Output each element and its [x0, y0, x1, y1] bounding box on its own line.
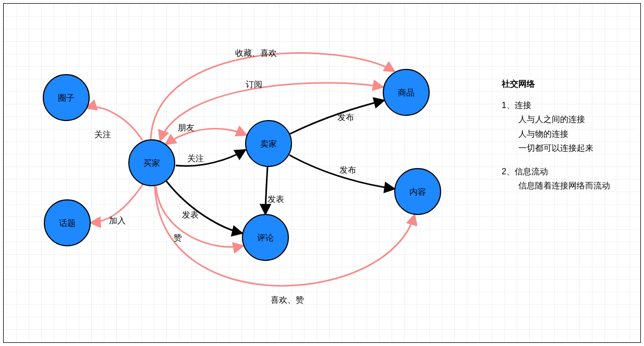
node-seller: 卖家: [246, 121, 291, 166]
edge-seller-shangpin: [289, 100, 384, 134]
svg-point-12: [395, 169, 441, 214]
legend-section-1-line-2: 人与物的连接: [502, 127, 632, 141]
legend-title: 社交网络: [502, 77, 632, 91]
legend-section-2-head: 2、信息流动: [502, 164, 632, 178]
svg-point-8: [242, 214, 288, 260]
edge-seller-neirong: [289, 155, 395, 189]
edge-label-buyer-neirong-like: 喜欢、赞: [271, 295, 304, 304]
edge-buyer-seller-friend: [165, 129, 247, 145]
edge-seller-pinglun: [265, 166, 268, 214]
edge-label-buyer-quanzi: 关注: [94, 130, 111, 139]
node-shangpin: 商品: [383, 69, 429, 115]
edge-label-buyer-seller-follow: 关注: [187, 154, 204, 163]
edge-buyer-huati: [90, 184, 143, 223]
edge-buyer-quanzi: [86, 107, 142, 140]
node-maijia: 买家: [129, 140, 175, 186]
node-quanzi: 圈子: [43, 75, 89, 121]
legend-section-1-line-3: 一切都可以连接起来: [502, 141, 632, 155]
node-huati: 话题: [44, 200, 90, 246]
legend-section-2-line-1: 信息随着连接网络而流动: [502, 178, 632, 193]
edge-label-buyer-seller-friend: 朋友: [178, 123, 195, 132]
legend-section-1-line-1: 人与人之间的连接: [502, 112, 632, 126]
edge-buyer-seller-follow: [176, 150, 246, 166]
edge-label-buyer-pinglun-like: 赞: [174, 233, 182, 242]
svg-point-4: [129, 140, 175, 186]
node-neirong: 内容: [395, 169, 441, 214]
edge-buyer-pinglun-like: [156, 186, 244, 247]
legend-panel: 社交网络 1、连接 人与人之间的连接 人与物的连接 一切都可以连接起来 2、信息…: [502, 77, 632, 193]
svg-point-0: [43, 75, 89, 121]
node-pinglun: 评论: [242, 214, 288, 260]
edge-buyer-pinglun-publish: [166, 181, 242, 233]
edge-label-seller-neirong: 发布: [339, 165, 356, 174]
svg-point-6: [246, 121, 291, 166]
diagram-frame: 关注 加入 朋友 关注 发表 赞 收藏、喜欢 订阅 喜欢、赞 发布 发布 发表 …: [3, 3, 641, 343]
edge-label-seller-pinglun: 发表: [268, 195, 284, 204]
legend-section-1-head: 1、连接: [502, 98, 632, 112]
edge-label-buyer-pinglun-publish: 发表: [182, 210, 199, 219]
svg-point-2: [44, 200, 90, 246]
svg-point-10: [383, 69, 429, 115]
